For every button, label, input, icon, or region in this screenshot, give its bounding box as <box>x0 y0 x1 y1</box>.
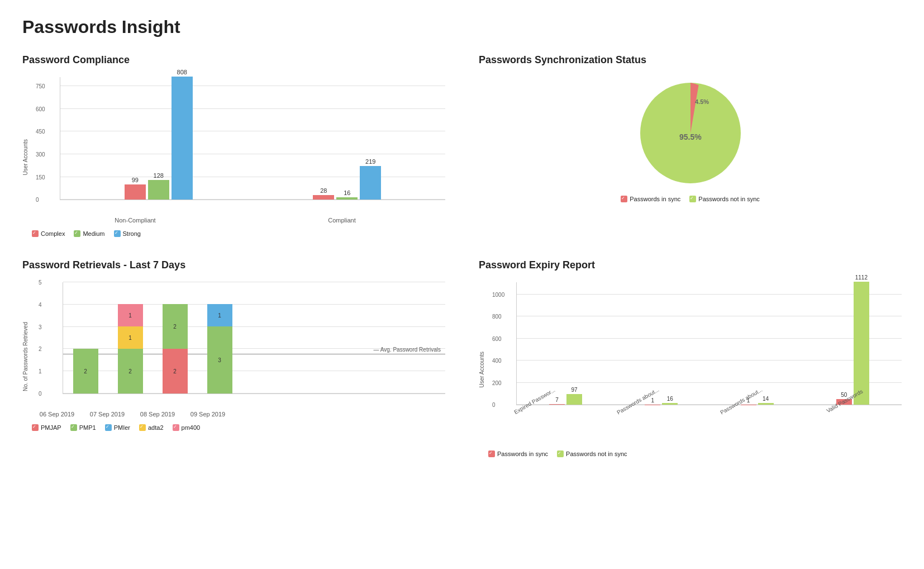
x-label-06sep: 06 Sep 2019 <box>37 411 77 418</box>
expiry-bar-expired-green: 97 <box>566 387 582 405</box>
compliance-chart-area: 0 150 300 450 600 750 99 <box>60 77 445 200</box>
compliance-group-compliant: 28 16 219 <box>255 158 440 200</box>
legend-not-in-sync: Passwords not in sync <box>689 196 759 202</box>
seg-07sep-pmjap: 2 <box>118 349 143 393</box>
x-label-compliant: Compliant <box>239 217 445 224</box>
compliance-y-axis-label: User Accounts <box>22 139 28 175</box>
x-label-08sep: 08 Sep 2019 <box>138 411 177 418</box>
bar-08sep: 2 2 <box>158 304 192 393</box>
expiry-x-labels: Expired Passwor... Passwords about... Pa… <box>488 422 902 430</box>
compliance-chart-section: Password Compliance User Accounts 0 150 … <box>22 54 445 237</box>
retrievals-title: Password Retrievals - Last 7 Days <box>22 259 445 271</box>
bar-compliant-strong: 219 <box>360 158 381 200</box>
x-label-09sep: 09 Sep 2019 <box>188 411 227 418</box>
compliance-title: Password Compliance <box>22 54 445 66</box>
bar-07sep: 2 1 1 <box>113 304 147 393</box>
legend-complex: Complex <box>32 230 65 237</box>
bar-09sep: 3 1 <box>203 304 236 393</box>
legend-pmjap: PMJAP <box>32 424 61 431</box>
retrievals-legend: PMJAP PMP1 PMIer adta2 <box>32 424 445 431</box>
seg-08sep-pmier: 2 <box>163 304 188 349</box>
bar-compliant-complex: 28 <box>313 187 334 200</box>
pie-legend: Passwords in sync Passwords not in sync <box>621 196 760 202</box>
retrievals-x-labels: 06 Sep 2019 07 Sep 2019 08 Sep 2019 09 S… <box>32 411 445 418</box>
legend-strong: Strong <box>114 230 141 237</box>
expiry-bar-about60-green: 14 <box>758 396 774 405</box>
retrievals-chart-area: 0 1 2 3 4 5 — Avg. Password Retrivals <box>63 282 445 394</box>
expiry-bars: 7 97 1 <box>517 282 902 405</box>
expiry-legend-in-sync: Passwords in sync <box>488 451 548 457</box>
expiry-chart-area: 0 200 400 600 800 1000 7 <box>516 282 902 405</box>
expiry-bar-about30-green: 16 <box>662 396 678 405</box>
bar-noncompliant-complex: 99 <box>125 177 146 200</box>
compliance-group-noncompliant: 99 128 808 <box>66 69 251 200</box>
expiry-y-axis-label: User Accounts <box>479 352 485 387</box>
retrievals-chart-section: Password Retrievals - Last 7 Days No. of… <box>22 259 445 457</box>
expiry-legend: Passwords in sync Passwords not in sync <box>488 451 902 457</box>
retrievals-y-axis-label: No. of Passwords Retrieved <box>22 322 28 391</box>
compliance-x-labels: Non-Compliant Compliant <box>32 217 445 224</box>
expiry-group-about60: 1 14 <box>711 396 804 405</box>
expiry-chart-section: Password Expiry Report User Accounts 0 2… <box>479 259 902 457</box>
legend-medium: Medium <box>74 230 104 237</box>
expiry-bar-expired-red: 7 <box>549 397 565 405</box>
bar-compliant-medium: 16 <box>336 189 358 200</box>
seg-07sep-adta2: 1 <box>118 326 143 349</box>
pie-chart: 95.5% 4.5% <box>635 77 746 189</box>
legend-pmier: PMIer <box>105 424 130 431</box>
sync-title: Passwords Synchronization Status <box>479 54 902 66</box>
legend-adta2: adta2 <box>139 424 164 431</box>
compliance-bars: 99 128 808 <box>60 77 445 200</box>
compliance-legend: Complex Medium Strong <box>32 230 445 237</box>
legend-pmp1: PMP1 <box>70 424 96 431</box>
svg-text:4.5%: 4.5% <box>695 98 709 105</box>
seg-08sep-pmjap: 2 <box>163 349 188 393</box>
x-label-07sep: 07 Sep 2019 <box>88 411 127 418</box>
expiry-group-valid: 50 1112 <box>806 274 899 405</box>
expiry-title: Password Expiry Report <box>479 259 902 271</box>
bar-06sep: 2 <box>69 349 102 393</box>
page-title: Passwords Insight <box>22 17 902 37</box>
legend-in-sync: Passwords in sync <box>621 196 680 202</box>
bar-noncompliant-medium: 128 <box>148 172 169 200</box>
x-label-noncompliant: Non-Compliant <box>32 217 239 224</box>
sync-chart-section: Passwords Synchronization Status <box>479 54 902 237</box>
retrievals-bars: 2 2 1 1 <box>63 282 445 393</box>
seg-09sep-pmjap: 3 <box>207 326 232 393</box>
seg-09sep-pmp1: 1 <box>207 304 232 326</box>
pie-wrap: 95.5% 4.5% Passwords in sync Passwords n… <box>479 77 902 202</box>
seg-06sep-pmjap: 2 <box>73 349 98 393</box>
seg-07sep-pmp1: 1 <box>118 304 143 326</box>
svg-text:95.5%: 95.5% <box>679 132 702 141</box>
expiry-legend-not-in-sync: Passwords not in sync <box>557 451 627 457</box>
legend-pm400: pm400 <box>173 424 201 431</box>
bar-noncompliant-strong: 808 <box>172 69 193 200</box>
